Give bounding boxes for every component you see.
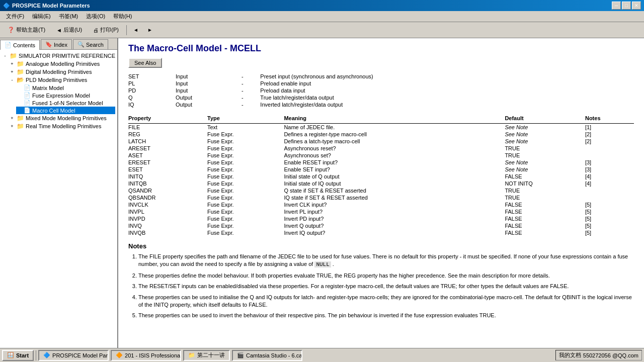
list-item: These properties can be used to initiali… xyxy=(138,294,634,309)
tree-item-fused-1ofn[interactable]: 📄 Fused 1-of-N Selector Model xyxy=(16,99,115,107)
col-property: Property xyxy=(128,114,207,124)
tree-item-root[interactable]: - 📁 SIMULATOR PRIMITIVE REFERENCE xyxy=(2,52,115,60)
table-row: INITQFuse Expr.Initial state of Q output… xyxy=(128,173,634,180)
table-row: REGFuse Expr.Defines a register-type mac… xyxy=(128,131,634,138)
table-row: INVPLFuse Expr.Invert PL input?FALSE[5] xyxy=(128,208,634,215)
taskbar-prospice[interactable]: 🔷 PROSPICE Model Para... xyxy=(38,350,109,361)
pins-table: SETInput-Preset input (synchronous and a… xyxy=(128,73,634,108)
tree-item-digital[interactable]: + 📁 Digital Modelling Primitives xyxy=(9,68,115,76)
close-button[interactable]: ✕ xyxy=(632,2,641,10)
table-row: ESETFuse Expr.Enable SET input?See Note[… xyxy=(128,166,634,173)
right-panel[interactable]: The Macro-Cell Model - MCELL See Also SE… xyxy=(118,38,644,348)
table-row: ARESETFuse Expr.Asynchronous reset?TRUE xyxy=(128,145,634,152)
expand-icon: - xyxy=(2,53,8,58)
table-row: IQOutput-Inverted latch/register/data ou… xyxy=(128,101,634,108)
table-row: SETInput-Preset input (synchronous and a… xyxy=(128,73,634,80)
start-button[interactable]: 🪟 Start xyxy=(2,350,34,361)
tree-item-pld[interactable]: - 📂 PLD Modelling Primitives xyxy=(9,76,115,84)
tree-item-fuse-expr[interactable]: 📄 Fuse Expression Model xyxy=(16,92,115,99)
notes-list: The FILE property specifies the path and… xyxy=(128,253,634,320)
folder-icon: 📁 xyxy=(17,68,24,75)
expand-icon xyxy=(16,108,22,113)
app-icon: 🔷 xyxy=(3,3,10,9)
tree-item-matrix[interactable]: 📄 Matrix Model xyxy=(16,84,115,92)
expand-icon xyxy=(16,93,22,98)
contents-icon: 📄 xyxy=(5,42,12,48)
table-row: INVQFuse Expr.Invert Q output?FALSE[5] xyxy=(128,222,634,229)
tree-item-analogue[interactable]: + 📁 Analogue Modelling Primitives xyxy=(9,60,115,68)
prev-nav-button[interactable]: ◄ xyxy=(130,25,142,36)
window-title: PROSPICE Model Parameters xyxy=(12,3,90,9)
table-row: ASETFuse Expr.Asynchronous set?TRUE xyxy=(128,152,634,159)
index-icon: 🔖 xyxy=(45,41,52,48)
col-notes: Notes xyxy=(585,114,634,124)
notes-section: Notes The FILE property specifies the pa… xyxy=(128,242,634,320)
col-type: Type xyxy=(207,114,284,124)
folder-icon: 📁 xyxy=(10,52,17,59)
list-item: These properties define the model behavi… xyxy=(138,272,634,280)
list-item: The RESET/SET inputs can be enabled/disa… xyxy=(138,283,634,290)
windows-icon: 🪟 xyxy=(7,352,14,358)
expand-icon: + xyxy=(9,116,15,121)
taskbar-camtasia[interactable]: 🎬 Camtasia Studio - 6.ca... xyxy=(232,350,302,361)
minimize-button[interactable]: ─ xyxy=(612,2,621,10)
menu-help[interactable]: 帮助(H) xyxy=(109,12,136,21)
table-row: QSANDRFuse Expr.Q state if SET & RESET a… xyxy=(128,187,634,194)
table-row: LATCHFuse Expr.Defines a latch-type macr… xyxy=(128,138,634,145)
tab-index[interactable]: 🔖 Index xyxy=(41,39,72,49)
system-tray: 我的文档 550272056 @QQ.com xyxy=(555,350,642,360)
table-row: INVCLKFuse Expr.Invert CLK input?FALSE[5… xyxy=(128,201,634,208)
props-table: Property Type Meaning Default Notes FILE… xyxy=(128,114,634,236)
help-topic-button[interactable]: ❓ 帮助主题(T) xyxy=(3,24,50,36)
taskbar-folder[interactable]: 📁 第二十一讲 xyxy=(183,350,230,361)
tree-view: - 📁 SIMULATOR PRIMITIVE REFERENCE + 📁 An… xyxy=(0,50,117,348)
table-row: INVPDFuse Expr.Invert PD input?FALSE[5] xyxy=(128,215,634,222)
page-icon: 📄 xyxy=(24,84,31,91)
toolbar-separator xyxy=(126,25,127,35)
menu-bookmark[interactable]: 书签(M) xyxy=(55,12,83,21)
expand-icon: - xyxy=(9,77,15,82)
search-icon: 🔍 xyxy=(77,41,85,48)
isis-icon: 🔶 xyxy=(116,352,123,358)
maximize-button[interactable]: □ xyxy=(622,2,631,10)
table-row: INVQBFuse Expr.Invert IQ output?FALSE[5] xyxy=(128,229,634,236)
tree-item-realtime[interactable]: + 📁 Real Time Modelling Primitives xyxy=(9,122,115,130)
print-icon: 🖨 xyxy=(93,27,99,33)
expand-icon xyxy=(16,101,22,106)
expand-icon xyxy=(16,85,22,90)
menu-options[interactable]: 选项(O) xyxy=(82,12,109,21)
folder-taskbar-icon: 📁 xyxy=(188,352,195,358)
print-button[interactable]: 🖨 打印(P) xyxy=(89,24,123,36)
list-item: The FILE property specifies the path and… xyxy=(138,253,634,269)
see-also-button[interactable]: See Also xyxy=(128,58,162,68)
tree-item-macro-cell[interactable]: 📄 Macro Cell Model xyxy=(16,107,115,114)
table-row: ERESETFuse Expr.Enable RESET input?See N… xyxy=(128,159,634,166)
menu-file[interactable]: 文件(F) xyxy=(2,12,28,21)
back-button[interactable]: ◄ 后退(U) xyxy=(52,24,87,36)
menu-bar: 文件(F) 编辑(E) 书签(M) 选项(O) 帮助(H) xyxy=(0,11,644,22)
table-row: QOutput-True latch/register/data output xyxy=(128,94,634,101)
systray-text: 550272056 @QQ.com xyxy=(583,352,638,358)
table-row: QBSANDRFuse Expr.IQ state if SET & RESET… xyxy=(128,194,634,201)
tab-bar: 📄 Contents 🔖 Index 🔍 Search xyxy=(0,38,117,50)
page-icon: 📄 xyxy=(24,100,31,106)
taskbar-isis[interactable]: 🔶 201 - ISIS Professiona... xyxy=(111,350,181,361)
page-title: The Macro-Cell Model - MCELL xyxy=(128,43,634,54)
left-panel: 📄 Contents 🔖 Index 🔍 Search - 📁 SIMULAT xyxy=(0,38,118,348)
back-icon: ◄ xyxy=(56,27,62,33)
tree-item-mixed-mode[interactable]: + 📁 Mixed Mode Modelling Primitives xyxy=(9,114,115,122)
next-nav-button[interactable]: ► xyxy=(144,25,156,36)
folder-icon: 📂 xyxy=(17,76,24,83)
help-icon: ❓ xyxy=(8,27,15,33)
folder-icon: 📁 xyxy=(17,115,24,122)
tab-contents[interactable]: 📄 Contents xyxy=(0,40,40,50)
camtasia-icon: 🎬 xyxy=(237,352,244,358)
notes-title: Notes xyxy=(128,242,634,250)
page-icon: 📄 xyxy=(24,92,31,99)
tab-search[interactable]: 🔍 Search xyxy=(73,39,108,49)
title-bar: 🔷 PROSPICE Model Parameters ─ □ ✕ xyxy=(0,0,644,11)
col-default: Default xyxy=(505,114,585,124)
table-row: PDInput-Preload data input xyxy=(128,87,634,94)
col-meaning: Meaning xyxy=(284,114,505,124)
menu-edit[interactable]: 编辑(E) xyxy=(28,12,55,21)
